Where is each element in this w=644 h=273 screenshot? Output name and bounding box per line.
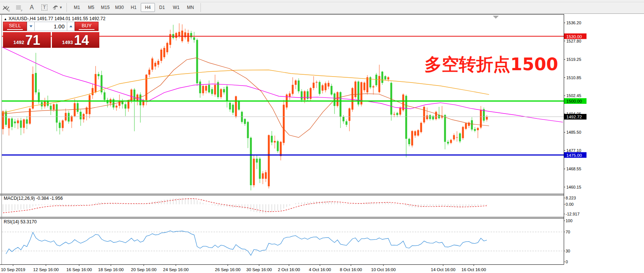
volume-input[interactable] [35, 22, 67, 31]
candle-body [426, 115, 428, 119]
candle-body [292, 85, 294, 94]
candle-body [328, 83, 330, 87]
macd-tick-label: 0.00 [566, 202, 573, 207]
candle-body [68, 113, 70, 121]
timeframe-button-h1[interactable]: H1 [127, 3, 141, 12]
candle-body [486, 117, 488, 120]
candle-body [331, 86, 333, 94]
candle-body [253, 159, 255, 185]
candle-body [420, 123, 422, 132]
buy-button-label: BUY [82, 23, 92, 28]
candle-body [370, 77, 371, 87]
price-tick-label: 1460.15 [566, 185, 581, 189]
collapse-triangle-icon[interactable]: ▲ [4, 17, 7, 21]
time-axis-label: 26 Sep 16:00 [215, 267, 240, 272]
timeframe-button-h4[interactable]: H4 [141, 3, 155, 12]
volume-decrease-button[interactable] [27, 22, 35, 31]
candle-body [169, 34, 171, 45]
candle-body [244, 119, 246, 124]
dropdown-caret-icon[interactable]: ▼ [59, 6, 63, 9]
buy-price-tile[interactable]: 1493 14 [52, 32, 100, 48]
candle-body [238, 101, 240, 109]
candle-body [379, 76, 380, 92]
candle-body [417, 130, 419, 136]
candle-body [367, 77, 368, 92]
candle-body [316, 82, 318, 83]
sell-price-tile[interactable]: 1492 71 [3, 32, 51, 48]
textbox-t-glyph: T [41, 4, 47, 10]
candle-body [229, 103, 231, 109]
candle-body [152, 59, 153, 70]
candle-body [104, 92, 106, 100]
chart-ea-icon[interactable]: E [1, 3, 12, 12]
candle-body [193, 37, 195, 40]
sell-button[interactable]: SELL [3, 22, 27, 31]
time-axis-label: 12 Sep 16:00 [33, 267, 59, 272]
timeframe-button-m5[interactable]: M5 [84, 3, 98, 12]
candle-body [134, 90, 136, 101]
timeframe-button-d1[interactable]: D1 [155, 3, 169, 12]
candle-body [62, 120, 64, 128]
rsi-tick-label: 30 [566, 249, 570, 253]
price-tick-label: 1519.25 [566, 57, 581, 62]
timeframe-button-mn[interactable]: MN [183, 3, 197, 12]
rsi-tick-label: 70 [566, 230, 570, 234]
toolbar: E F A T ▼ M1M5M15M30H1H4D1W1MN [0, 0, 644, 14]
candle-body [14, 121, 16, 123]
candle-body [77, 103, 79, 112]
textbox-t-icon[interactable]: T [39, 3, 50, 12]
timeframe-buttons: M1M5M15M30H1H4D1W1MN [70, 1, 197, 12]
timeframe-button-m30[interactable]: M30 [112, 3, 127, 12]
candle-body [214, 85, 216, 94]
timeframe-button-m15[interactable]: M15 [98, 3, 112, 12]
candle-body [450, 140, 452, 143]
rsi-label: RSI(14) 53.3170 [4, 219, 37, 224]
symbol-ohlc-line: ▲XAUUSD-,H4 1491.77 1494.01 1491.55 1492… [4, 16, 105, 21]
candle-body [337, 92, 339, 106]
candle-body [116, 106, 118, 108]
candle-body [408, 139, 410, 144]
price-chart[interactable]: 多空转折点15001536.201527.801519.251510.85150… [0, 14, 644, 273]
candle-body [17, 120, 19, 123]
window-top-strip [0, 0, 644, 2]
buy-underline [79, 29, 94, 30]
candle-body [304, 91, 306, 100]
mt4-terminal: E F A T ▼ M1M5M15M30H1H4D1W1MN [0, 0, 644, 273]
candle-body [155, 63, 156, 66]
candle-body [89, 95, 91, 114]
price-tick-label: 1502.45 [566, 93, 581, 98]
candle-body [435, 112, 437, 119]
candle-body [274, 141, 276, 142]
candle-body [259, 159, 261, 179]
candle-body [271, 136, 273, 143]
timeframe-button-w1[interactable]: W1 [169, 3, 183, 12]
candle-body [405, 96, 407, 139]
macd-label: MACD(12,26,9) -0.384 -1.956 [4, 196, 63, 201]
candle-body [95, 74, 97, 92]
candle-body [364, 83, 365, 90]
buy-button[interactable]: BUY [75, 22, 99, 31]
candle-body [373, 86, 374, 87]
grid-f-icon[interactable]: F [13, 3, 25, 12]
volume-increase-button[interactable] [67, 22, 75, 31]
candle-body [232, 105, 234, 112]
candle-body [459, 133, 461, 141]
candle-body [280, 142, 282, 156]
sell-price-small: 1492 [13, 40, 24, 45]
candle-body [474, 129, 476, 131]
candle-body [388, 77, 389, 80]
candle-body [167, 43, 168, 52]
candle-body [447, 142, 449, 144]
candle-body [313, 83, 315, 88]
timeframe-button-m1[interactable]: M1 [70, 3, 84, 12]
candle-body [325, 83, 327, 90]
candle-body [202, 86, 204, 93]
candle-body [56, 104, 58, 122]
candle-body [208, 85, 210, 92]
time-axis-label: 30 Sep 16:00 [246, 267, 272, 272]
text-a-icon[interactable]: A [26, 3, 37, 12]
cycle-arrows-icon[interactable]: ▼ [52, 3, 63, 12]
candle-body [205, 86, 207, 91]
time-axis-label: 14 Oct 16:00 [431, 267, 455, 272]
candle-body [349, 108, 351, 121]
